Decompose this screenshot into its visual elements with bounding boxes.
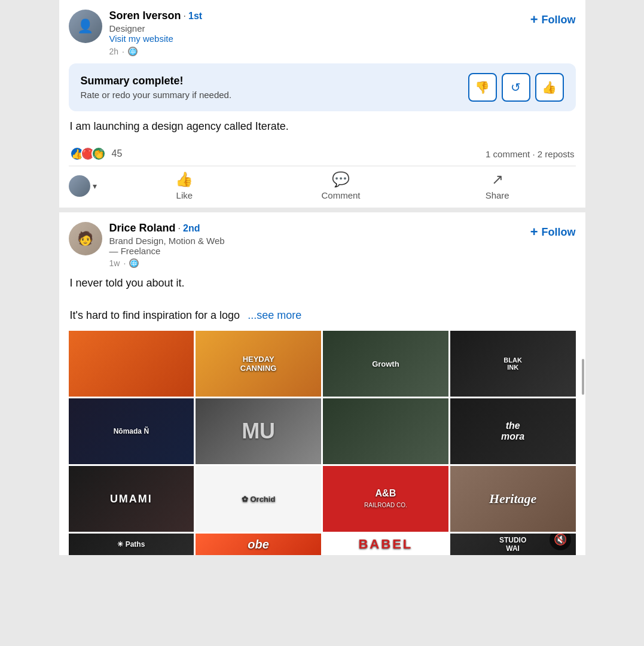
post-2-meta: 1w · 🌐 (109, 258, 225, 268)
like-button[interactable]: 👍 Like (106, 171, 263, 200)
video-grid[interactable]: HEYDAYCANNING Growth BLAKINK Nōmada Ñ MU… (69, 331, 576, 555)
phone-frame: 👤 Soren Iverson · 1st Designer Visit my … (59, 0, 585, 555)
globe-icon-2: 🌐 (129, 258, 139, 268)
post-2-title: Brand Design, Motion & Web (109, 236, 225, 246)
summary-text: Summary complete! Rate or redo your summ… (81, 75, 232, 100)
reactions-row-1: 👍 ❤️ 👏 45 1 comment · 2 reposts (69, 142, 576, 166)
share-icon: ↗ (492, 171, 503, 188)
post-2: 🧑 Drice Roland · 2nd Brand Design, Motio… (59, 212, 585, 555)
mute-icon: 🔇 (554, 534, 567, 546)
comment-icon: 💬 (332, 171, 350, 188)
mute-button[interactable]: 🔇 (550, 534, 571, 550)
grid-cell-5: MU (196, 398, 321, 464)
post-1-header: 👤 Soren Iverson · 1st Designer Visit my … (69, 10, 576, 56)
reaction-icons-1[interactable]: 👍 ❤️ 👏 45 (70, 147, 123, 161)
grid-cell-6 (323, 398, 448, 464)
grid-cell-2: Growth (323, 331, 448, 397)
post-1: 👤 Soren Iverson · 1st Designer Visit my … (59, 0, 585, 208)
reaction-meta-1[interactable]: 1 comment · 2 reposts (486, 149, 574, 159)
post-divider (59, 208, 585, 212)
post-2-name[interactable]: Drice Roland · 2nd (109, 222, 225, 234)
share-button[interactable]: ↗ Share (419, 171, 576, 200)
post-2-header-left: 🧑 Drice Roland · 2nd Brand Design, Motio… (69, 222, 225, 268)
follow-button-2[interactable]: + Follow (530, 222, 576, 242)
avatar-drice[interactable]: 🧑 (69, 222, 102, 255)
globe-icon: 🌐 (128, 47, 138, 56)
avatar-soren[interactable]: 👤 (69, 10, 102, 43)
summary-actions: 👎 ↺ 👍 (468, 73, 564, 102)
grid-cell-10: A&BRAILROAD CO. (323, 466, 448, 532)
post-1-name[interactable]: Soren Iverson · 1st (109, 10, 203, 22)
grid-cell-12: ✳ Paths (69, 534, 194, 555)
grid-cell-3: BLAKINK (450, 331, 576, 397)
post-1-meta: 2h · 🌐 (109, 47, 203, 56)
post-1-info: Soren Iverson · 1st Designer Visit my we… (109, 10, 203, 56)
post-2-header: 🧑 Drice Roland · 2nd Brand Design, Motio… (69, 222, 576, 268)
post-2-title-sub: — Freelance (109, 246, 225, 256)
grid-cell-7: themora (450, 398, 576, 464)
post-2-content: I never told you about it. It's hard to … (69, 275, 576, 324)
grid-cell-8: UMAMI (69, 466, 194, 532)
post-1-content: I am launching a design agency called It… (69, 118, 576, 135)
summary-title: Summary complete! (81, 75, 232, 87)
clap-emoji: 👏 (91, 147, 106, 161)
post-1-title: Designer (109, 23, 203, 33)
grid-cell-0 (69, 331, 194, 397)
summary-subtitle: Rate or redo your summary if needed. (81, 90, 232, 100)
post-1-header-left: 👤 Soren Iverson · 1st Designer Visit my … (69, 10, 203, 56)
summary-box: Summary complete! Rate or redo your summ… (69, 63, 576, 111)
user-avatar-small (69, 175, 90, 197)
chevron-down-icon: ▾ (93, 181, 97, 191)
see-more-link[interactable]: ...see more (248, 309, 301, 321)
visit-website-link[interactable]: Visit my website (109, 33, 173, 44)
thumbs-up-button[interactable]: 👍 (535, 73, 564, 102)
grid-cell-1: HEYDAYCANNING (196, 331, 321, 397)
post-2-info: Drice Roland · 2nd Brand Design, Motion … (109, 222, 225, 268)
comment-button[interactable]: 💬 Comment (263, 171, 419, 200)
redo-button[interactable]: ↺ (502, 73, 530, 102)
grid-cell-9: ✿ Orchid (196, 466, 321, 532)
grid-cell-11: Heritage (450, 466, 576, 532)
follow-button-1[interactable]: + Follow (530, 10, 576, 30)
scrollbar[interactable] (582, 359, 584, 395)
grid-cell-14: BABEL (323, 534, 448, 555)
grid-cell-15: STUDIOWAI 🔇 (450, 534, 576, 555)
action-bar-avatar[interactable]: ▾ (69, 175, 97, 197)
like-icon: 👍 (175, 171, 193, 188)
emoji-stack: 👍 ❤️ 👏 (70, 147, 106, 161)
grid-cell-4: Nōmada Ñ (69, 398, 194, 464)
reaction-count: 45 (112, 148, 123, 159)
grid-cell-13: obe (196, 534, 321, 555)
action-bar-1: ▾ 👍 Like 💬 Comment ↗ Share (69, 166, 576, 208)
thumbs-down-button[interactable]: 👎 (468, 73, 497, 102)
